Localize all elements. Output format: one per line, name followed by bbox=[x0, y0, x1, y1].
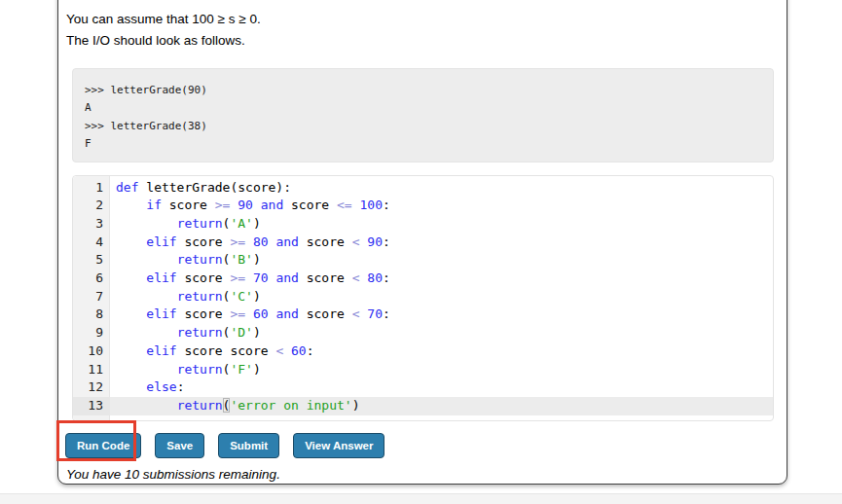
code-text: elif score score < 60: bbox=[110, 342, 773, 361]
code-text: return('A') bbox=[110, 215, 773, 234]
bottom-strip bbox=[0, 493, 842, 504]
code-text: return('error on input') bbox=[110, 397, 773, 415]
line-number: 13 bbox=[73, 397, 110, 415]
instruction-line-2: The I/O should look as follows. bbox=[66, 30, 773, 52]
code-text: return('F') bbox=[110, 361, 773, 379]
run-code-button[interactable]: Run Code bbox=[65, 433, 141, 458]
line-number: 6 bbox=[73, 270, 110, 288]
code-text: elif score >= 70 and score < 80: bbox=[110, 270, 773, 288]
instruction-line-1: You can assume that 100 ≥ s ≥ 0. bbox=[66, 9, 773, 30]
line-number: 5 bbox=[73, 251, 110, 270]
editor-line-2[interactable]: 2 if score >= 90 and score <= 100: bbox=[73, 197, 773, 215]
line-number: 2 bbox=[73, 197, 110, 215]
view-answer-button[interactable]: View Answer bbox=[293, 433, 384, 458]
editor-line-12[interactable]: 12 else: bbox=[73, 378, 773, 397]
submit-button[interactable]: Submit bbox=[218, 433, 279, 458]
code-text: return('B') bbox=[110, 251, 773, 270]
editor-line-8[interactable]: 8 elif score >= 60 and score < 70: bbox=[73, 306, 773, 324]
editor-line-10[interactable]: 10 elif score score < 60: bbox=[73, 342, 773, 361]
line-number: 1 bbox=[73, 179, 110, 198]
code-text: elif score >= 60 and score < 70: bbox=[110, 306, 773, 324]
line-number: 9 bbox=[73, 324, 110, 342]
editor-line-6[interactable]: 6 elif score >= 70 and score < 80: bbox=[73, 270, 773, 288]
code-text: return('C') bbox=[110, 288, 773, 306]
code-text: return('D') bbox=[110, 324, 773, 342]
line-number: 7 bbox=[73, 288, 110, 306]
code-text: def letterGrade(score): bbox=[110, 179, 773, 198]
editor-lines: 1def letterGrade(score):2 if score >= 90… bbox=[73, 176, 773, 415]
io-example-block: >>> letterGrade(90) A >>> letterGrade(38… bbox=[72, 68, 774, 162]
code-text: elif score >= 80 and score < 90: bbox=[110, 234, 773, 252]
editor-line-9[interactable]: 9 return('D') bbox=[73, 324, 773, 342]
exercise-panel: You can assume that 100 ≥ s ≥ 0. The I/O… bbox=[57, 0, 787, 485]
line-number: 4 bbox=[73, 234, 110, 252]
action-button-row: Run Code Save Submit View Answer bbox=[65, 433, 773, 458]
editor-line-11[interactable]: 11 return('F') bbox=[73, 361, 773, 379]
code-editor[interactable]: 1def letterGrade(score):2 if score >= 90… bbox=[72, 175, 774, 421]
line-number: 12 bbox=[73, 378, 110, 397]
code-text: else: bbox=[110, 378, 773, 397]
submissions-remaining-text: You have 10 submissions remaining. bbox=[66, 467, 773, 482]
save-button[interactable]: Save bbox=[155, 433, 204, 458]
line-number: 10 bbox=[73, 342, 110, 361]
app-screen: You can assume that 100 ≥ s ≥ 0. The I/O… bbox=[0, 0, 842, 504]
editor-line-7[interactable]: 7 return('C') bbox=[73, 288, 773, 306]
line-number: 11 bbox=[73, 361, 110, 379]
editor-line-1[interactable]: 1def letterGrade(score): bbox=[73, 179, 773, 198]
line-number: 3 bbox=[73, 215, 110, 234]
editor-line-5[interactable]: 5 return('B') bbox=[73, 251, 773, 270]
editor-line-3[interactable]: 3 return('A') bbox=[73, 215, 773, 234]
editor-line-13[interactable]: 13 return('error on input') bbox=[73, 397, 773, 415]
code-text: if score >= 90 and score <= 100: bbox=[110, 197, 773, 215]
line-number: 8 bbox=[73, 306, 110, 324]
editor-line-4[interactable]: 4 elif score >= 80 and score < 90: bbox=[73, 234, 773, 252]
